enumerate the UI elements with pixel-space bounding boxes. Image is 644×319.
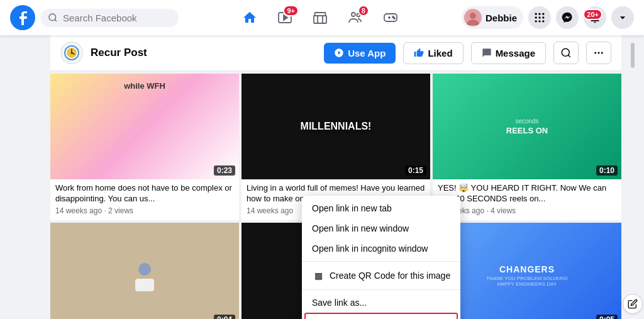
svg-point-16 bbox=[538, 13, 540, 15]
context-save-link[interactable]: Save link as... bbox=[302, 293, 460, 313]
message-button[interactable]: Message bbox=[471, 42, 546, 64]
svg-point-12 bbox=[394, 18, 395, 19]
scrollbar[interactable] bbox=[631, 43, 635, 68]
friends-nav-button[interactable]: 8 bbox=[338, 3, 373, 33]
nav-icons: 9+ 8 bbox=[184, 3, 457, 33]
svg-point-20 bbox=[542, 16, 544, 18]
svg-point-6 bbox=[352, 13, 355, 16]
svg-point-1 bbox=[49, 14, 56, 21]
page-name: Recur Post bbox=[91, 47, 316, 59]
svg-point-22 bbox=[538, 20, 540, 22]
thumb-text-1: MILLENNIALS! bbox=[301, 121, 372, 132]
svg-line-32 bbox=[568, 55, 570, 57]
right-sidebar bbox=[621, 35, 644, 319]
thumb-text-5: CHANGERS bbox=[499, 264, 555, 274]
context-open-new-tab[interactable]: Open link in new tab bbox=[302, 198, 460, 218]
page-logo bbox=[60, 42, 83, 64]
svg-point-30 bbox=[71, 52, 73, 54]
liked-button[interactable]: Liked bbox=[403, 42, 463, 64]
video-card-3[interactable]: 0:04 That's what we do to people😀 #freak… bbox=[50, 223, 239, 319]
context-copy-link[interactable]: Copy link address bbox=[304, 313, 458, 319]
video-card-5[interactable]: CHANGERS THANK YOU PROBLEM SOLVERS! HAPP… bbox=[433, 223, 621, 319]
svg-rect-5 bbox=[314, 16, 326, 23]
svg-point-34 bbox=[598, 52, 600, 54]
marketplace-nav-button[interactable] bbox=[303, 3, 338, 33]
video-card-2[interactable]: seconds REELS ON 0:10 YES! 🤯 YOU HEARD I… bbox=[433, 74, 621, 220]
context-open-new-window[interactable]: Open link in new window bbox=[302, 218, 460, 238]
user-name: Debbie bbox=[486, 13, 517, 23]
svg-rect-37 bbox=[135, 279, 154, 291]
left-sidebar bbox=[0, 35, 50, 319]
notifications-button[interactable]: 20+ bbox=[584, 6, 606, 29]
apps-button[interactable] bbox=[528, 6, 551, 29]
video-info-2: YES! 🤯 YOU HEARD IT RIGHT. Now We can po… bbox=[433, 179, 621, 220]
video-meta-0: 14 weeks ago · 2 views bbox=[55, 206, 234, 215]
video-duration-1: 0:15 bbox=[405, 165, 426, 176]
svg-line-2 bbox=[55, 20, 57, 21]
watch-nav-button[interactable]: 9+ bbox=[267, 3, 303, 33]
search-input[interactable] bbox=[63, 13, 164, 23]
top-navigation: 9+ 8 bbox=[0, 0, 644, 35]
video-title-2: YES! 🤯 YOU HEARD IT RIGHT. Now We can po… bbox=[438, 183, 616, 204]
messenger-button[interactable] bbox=[556, 6, 579, 29]
context-open-incognito[interactable]: Open link in incognito window bbox=[302, 238, 460, 259]
qr-icon: ▦ bbox=[312, 269, 325, 282]
home-nav-button[interactable] bbox=[232, 3, 267, 33]
search-icon bbox=[48, 13, 58, 23]
svg-point-35 bbox=[601, 52, 603, 54]
account-menu-button[interactable] bbox=[611, 6, 634, 29]
thumb-text-2b: REELS ON bbox=[506, 126, 548, 135]
thumb-text-2a: seconds bbox=[515, 118, 538, 125]
use-app-button[interactable]: Use App bbox=[324, 43, 396, 64]
page-content: Recur Post Use App Liked Message bbox=[0, 35, 644, 319]
svg-point-36 bbox=[138, 263, 151, 276]
gaming-nav-button[interactable] bbox=[373, 3, 408, 33]
thumb-text-0: while WFH bbox=[121, 79, 168, 93]
nav-right: Debbie 20+ bbox=[462, 6, 634, 29]
facebook-logo[interactable] bbox=[10, 5, 35, 30]
svg-point-21 bbox=[535, 20, 537, 22]
svg-point-14 bbox=[470, 13, 476, 19]
video-meta-2: 16 weeks ago · 4 views bbox=[438, 206, 616, 215]
video-title-0: Work from home does not have to be compl… bbox=[55, 183, 234, 204]
friends-badge: 8 bbox=[358, 5, 369, 16]
user-avatar bbox=[464, 9, 482, 26]
edit-button[interactable] bbox=[623, 294, 643, 314]
search-box[interactable] bbox=[40, 9, 179, 27]
context-divider-1 bbox=[302, 261, 460, 262]
context-divider-2 bbox=[302, 289, 460, 290]
user-profile-button[interactable]: Debbie bbox=[462, 6, 523, 29]
context-menu: Open link in new tab Open link in new wi… bbox=[302, 196, 460, 319]
page-header: Recur Post Use App Liked Message bbox=[50, 35, 621, 71]
svg-point-31 bbox=[562, 48, 569, 56]
video-duration-0: 0:23 bbox=[214, 165, 235, 176]
video-card-0[interactable]: while WFH 0:23 Work from home does not h… bbox=[50, 74, 239, 220]
svg-point-23 bbox=[542, 20, 544, 22]
svg-point-19 bbox=[538, 16, 540, 18]
context-create-qr[interactable]: ▦ Create QR Code for this image bbox=[302, 264, 460, 287]
video-duration-2: 0:10 bbox=[596, 165, 618, 176]
person-icon bbox=[126, 257, 164, 294]
more-options-button[interactable] bbox=[586, 42, 611, 64]
svg-point-18 bbox=[535, 16, 537, 18]
notifications-badge: 20+ bbox=[583, 9, 602, 20]
svg-point-33 bbox=[594, 52, 596, 54]
watch-badge: 9+ bbox=[283, 5, 299, 16]
search-page-button[interactable] bbox=[553, 42, 579, 64]
video-duration-3: 0:04 bbox=[214, 315, 235, 319]
video-duration-5: 0:05 bbox=[596, 315, 618, 319]
video-info-0: Work from home does not have to be compl… bbox=[50, 179, 239, 220]
svg-point-15 bbox=[535, 13, 537, 15]
svg-point-17 bbox=[542, 13, 544, 15]
